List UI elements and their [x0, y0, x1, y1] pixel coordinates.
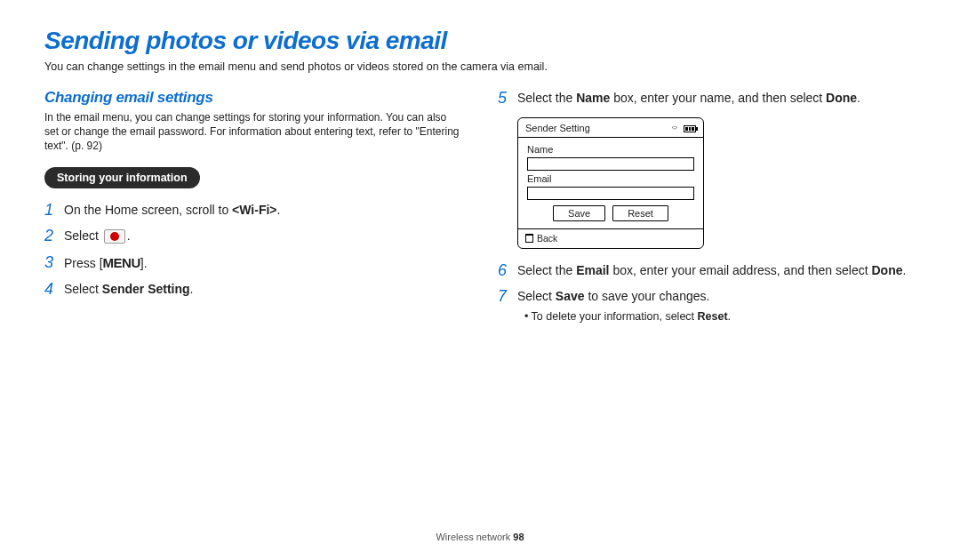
email-field[interactable]	[527, 187, 694, 200]
section-desc: In the email menu, you can change settin…	[44, 110, 462, 154]
trash-icon	[525, 234, 533, 243]
back-button[interactable]: Back	[518, 228, 703, 248]
step-6: 6 Select the Email box, enter your email…	[498, 261, 916, 281]
sender-setting-screen: Sender Setting ⌔ Name Email Save Reset B…	[517, 117, 704, 249]
step-num: 5	[498, 89, 517, 108]
screen-title: Sender Setting	[525, 123, 590, 133]
step-5: 5 Select the Name box, enter your name, …	[498, 89, 916, 108]
menu-label: MENU	[103, 255, 140, 270]
name-field[interactable]	[527, 157, 694, 171]
page-title: Sending photos or videos via email	[44, 27, 916, 55]
reset-button[interactable]: Reset	[612, 205, 668, 221]
step-num: 1	[44, 201, 64, 220]
email-label: Email	[527, 173, 694, 184]
step-num: 6	[498, 261, 517, 281]
step-num: 2	[44, 227, 64, 246]
step-7: 7 Select Save to save your changes. • To…	[498, 287, 916, 324]
intro-text: You can change settings in the email men…	[44, 60, 916, 73]
page-footer: Wireless network 98	[0, 532, 960, 542]
storing-info-pill: Storing your information	[44, 167, 200, 188]
section-title: Changing email settings	[44, 89, 462, 107]
step-num: 7	[498, 287, 517, 307]
step-num: 3	[44, 253, 64, 273]
bullet-note: • To delete your information, select Res…	[517, 308, 731, 324]
battery-icon	[684, 125, 696, 132]
wifi-icon: ⌔	[672, 124, 677, 133]
step-3: 3 Press [MENU].	[44, 253, 462, 273]
name-label: Name	[527, 144, 694, 155]
email-app-icon	[104, 229, 125, 244]
save-button[interactable]: Save	[553, 205, 605, 221]
step-1: 1 On the Home screen, scroll to <Wi-Fi>.	[44, 201, 462, 220]
step-2: 2 Select .	[44, 227, 462, 246]
step-num: 4	[44, 280, 64, 300]
step-4: 4 Select Sender Setting.	[44, 280, 462, 300]
